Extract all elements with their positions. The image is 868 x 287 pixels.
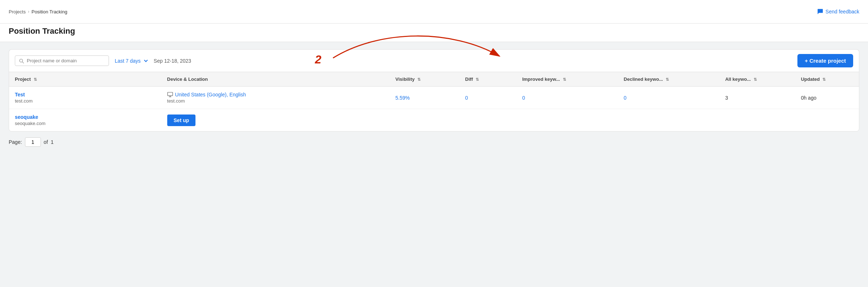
project-name[interactable]: seoquake xyxy=(15,114,156,120)
pagination: Page: of 1 xyxy=(9,132,859,153)
pagination-label: Page: xyxy=(9,139,22,145)
col-header-device[interactable]: Device & Location xyxy=(161,72,390,87)
project-domain: seoquake.com xyxy=(15,121,156,126)
updated-value xyxy=(795,109,859,132)
date-range: Sep 12-18, 2023 xyxy=(154,58,191,64)
sort-icon-declined: ⇅ xyxy=(666,77,669,82)
col-header-visibility[interactable]: Visibility ⇅ xyxy=(389,72,459,87)
page-number-input[interactable] xyxy=(25,137,41,147)
pagination-total: 1 xyxy=(51,139,54,145)
sort-icon-project: ⇅ xyxy=(34,77,37,82)
top-bar: Projects › Position Tracking Send feedba… xyxy=(0,0,868,24)
diff-value xyxy=(459,109,517,132)
send-feedback-label: Send feedback xyxy=(826,9,859,14)
pagination-of: of xyxy=(44,139,48,145)
table-row: seoquake seoquake.com Set up xyxy=(9,109,859,132)
visibility-value xyxy=(389,109,459,132)
table-row: Test test.com United States (Google), En… xyxy=(9,87,859,109)
device-domain: test.com xyxy=(167,98,384,104)
monitor-icon xyxy=(167,92,173,97)
main-content: Last 7 days Sep 12-18, 2023 + Create pro… xyxy=(0,42,868,160)
visibility-value: 5.59% xyxy=(389,87,459,109)
col-header-updated[interactable]: Updated ⇅ xyxy=(795,72,859,87)
projects-table: Project ⇅ Device & Location Visibility ⇅… xyxy=(9,72,859,131)
improved-value: 0 xyxy=(517,87,618,109)
col-header-allkw[interactable]: All keywo... ⇅ xyxy=(719,72,795,87)
search-input[interactable] xyxy=(27,58,105,63)
breadcrumb-parent[interactable]: Projects xyxy=(9,9,26,14)
col-header-improved[interactable]: Improved keyw... ⇅ xyxy=(517,72,618,87)
search-icon xyxy=(19,58,24,63)
table-header-row: Project ⇅ Device & Location Visibility ⇅… xyxy=(9,72,859,87)
sort-icon-allkw: ⇅ xyxy=(754,77,757,82)
updated-value: 0h ago xyxy=(795,87,859,109)
breadcrumb-separator: › xyxy=(28,9,29,14)
sort-icon-diff: ⇅ xyxy=(476,77,479,82)
declined-value xyxy=(618,109,719,132)
search-box[interactable] xyxy=(15,55,109,66)
sort-icon-visibility: ⇅ xyxy=(417,77,421,82)
project-domain: test.com xyxy=(15,98,156,104)
sort-icon-improved: ⇅ xyxy=(563,77,566,82)
setup-button[interactable]: Set up xyxy=(167,115,196,126)
svg-point-0 xyxy=(20,59,22,62)
toolbar: Last 7 days Sep 12-18, 2023 + Create pro… xyxy=(9,49,859,72)
device-location: United States (Google), English test.com xyxy=(167,92,384,104)
col-header-declined[interactable]: Declined keywo... ⇅ xyxy=(618,72,719,87)
chat-icon xyxy=(817,8,823,15)
col-header-diff[interactable]: Diff ⇅ xyxy=(459,72,517,87)
data-table-container: Project ⇅ Device & Location Visibility ⇅… xyxy=(9,72,859,132)
breadcrumb-current: Position Tracking xyxy=(31,9,67,14)
chevron-down-icon xyxy=(144,59,148,63)
date-filter-label: Last 7 days xyxy=(115,58,141,64)
allkw-value: 3 xyxy=(719,87,795,109)
svg-line-1 xyxy=(22,62,24,63)
svg-rect-2 xyxy=(168,92,173,96)
col-header-project[interactable]: Project ⇅ xyxy=(9,72,161,87)
sort-icon-updated: ⇅ xyxy=(822,77,826,82)
breadcrumb: Projects › Position Tracking xyxy=(9,9,67,14)
project-name[interactable]: Test xyxy=(15,92,156,97)
create-project-button[interactable]: + Create project xyxy=(797,54,853,67)
diff-value: 0 xyxy=(459,87,517,109)
declined-value: 0 xyxy=(618,87,719,109)
send-feedback-link[interactable]: Send feedback xyxy=(817,8,859,15)
date-filter[interactable]: Last 7 days xyxy=(115,58,148,64)
improved-value xyxy=(517,109,618,132)
page-title: Position Tracking xyxy=(9,26,859,36)
allkw-value xyxy=(719,109,795,132)
device-location-link[interactable]: United States (Google), English xyxy=(167,92,384,97)
page-header: Position Tracking xyxy=(0,24,868,42)
